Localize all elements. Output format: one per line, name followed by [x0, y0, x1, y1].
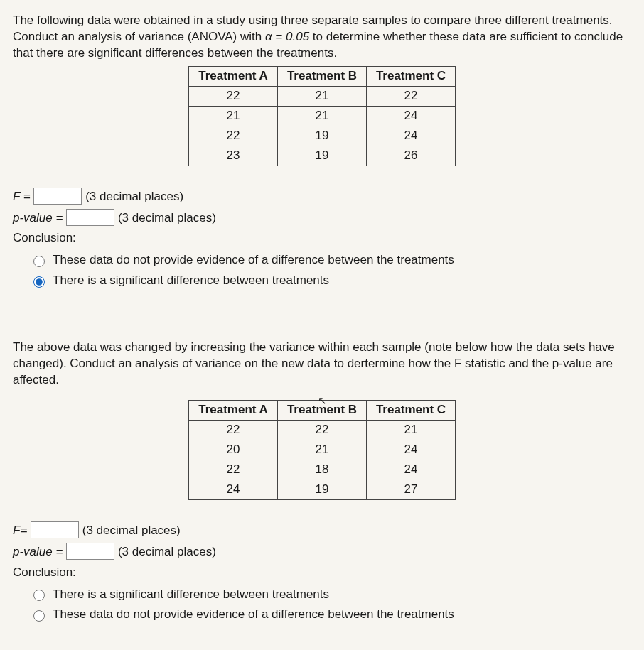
q1-p-hint: (3 decimal places) [118, 210, 216, 224]
q2-th-b: Treatment B [278, 401, 367, 421]
q1-opt2-text: There is a significant difference betwee… [53, 273, 329, 289]
q2-opt1-text: There is a significant difference betwee… [53, 587, 329, 603]
q2-conclusion-label: Conclusion: [13, 565, 631, 581]
q1-radio-significant[interactable] [33, 276, 45, 288]
q1-prompt: The following data were obtained in a st… [13, 13, 631, 62]
table-row: 22 22 21 [189, 420, 456, 440]
q1-alpha: α = 0.05 [265, 30, 309, 43]
q2-th-a: Treatment A [189, 401, 278, 421]
q1-th-a: Treatment A [189, 66, 278, 86]
q2-f-label: F= [13, 523, 27, 536]
q1-th-c: Treatment C [367, 66, 456, 86]
q1-p-input[interactable] [66, 209, 114, 226]
q2-radio-no-evidence[interactable] [33, 610, 45, 622]
q1-th-b: Treatment B [278, 66, 367, 86]
section-divider [168, 318, 477, 318]
q1-f-label: F = [13, 189, 31, 202]
table-row: 20 21 24 [189, 440, 456, 460]
q2-th-c: Treatment C [367, 401, 456, 421]
table-row: 23 19 26 [189, 146, 456, 166]
q1-conclusion-label: Conclusion: [13, 230, 631, 247]
table-row: 22 18 24 [189, 460, 456, 480]
q2-radio-significant[interactable] [33, 590, 45, 601]
table-row: 21 21 24 [189, 106, 456, 126]
q1-table: Treatment A Treatment B Treatment C 22 2… [188, 66, 456, 166]
q2-p-hint: (3 decimal places) [118, 545, 216, 558]
q2-table: Treatment A Treatment B Treatment C 22 2… [188, 400, 456, 500]
q2-prompt: The above data was changed by increasing… [13, 340, 631, 389]
q2-p-input[interactable] [66, 543, 114, 560]
q1-f-hint: (3 decimal places) [85, 189, 183, 202]
q1-f-input[interactable] [33, 188, 82, 205]
table-row: 22 19 24 [189, 126, 456, 146]
q2-f-input[interactable] [31, 521, 79, 538]
q1-p-label: p-value = [13, 210, 63, 224]
table-row: 22 21 22 [189, 86, 456, 106]
q2-opt2-text: These data do not provide evidence of a … [53, 607, 454, 623]
table-row: 24 19 27 [189, 480, 456, 499]
q1-opt1-text: These data do not provide evidence of a … [53, 252, 454, 269]
q1-radio-no-evidence[interactable] [33, 256, 45, 267]
q2-p-label: p-value = [13, 545, 63, 558]
q2-f-hint: (3 decimal places) [82, 523, 181, 536]
